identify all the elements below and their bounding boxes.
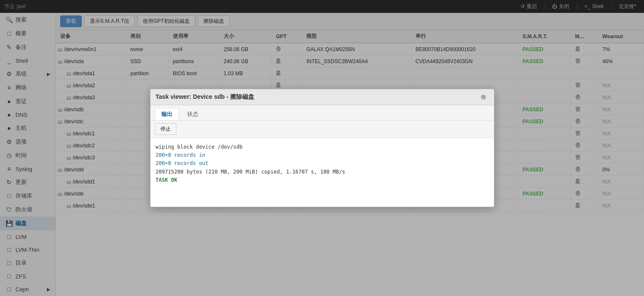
output-line: wiping block device /dev/sdb [156, 143, 489, 151]
tab-output[interactable]: 输出 [155, 108, 179, 120]
dialog-title: Task viewer: Device sdb - 擦除磁盘 [156, 93, 254, 101]
output-line: 209715200 bytes (210 MB, 200 MiB) copied… [156, 168, 489, 176]
dialog-header: Task viewer: Device sdb - 擦除磁盘 ⊗ [151, 89, 494, 105]
dialog-tabs: 输出 状态 [151, 105, 494, 121]
output-line: 200+0 records in [156, 151, 489, 159]
dialog-output: wiping block device /dev/sdb200+0 record… [151, 138, 494, 207]
output-line: TASK OK [156, 176, 489, 184]
dialog-close-button[interactable]: ⊗ [478, 93, 489, 101]
tab-status[interactable]: 状态 [181, 108, 205, 120]
stop-button[interactable]: 停止 [155, 123, 176, 135]
dialog-toolbar: 停止 [151, 121, 494, 138]
modal-overlay: Task viewer: Device sdb - 擦除磁盘 ⊗ 输出 状态 停… [0, 0, 644, 296]
task-dialog: Task viewer: Device sdb - 擦除磁盘 ⊗ 输出 状态 停… [150, 89, 494, 207]
output-line: 200+0 records out [156, 159, 489, 168]
